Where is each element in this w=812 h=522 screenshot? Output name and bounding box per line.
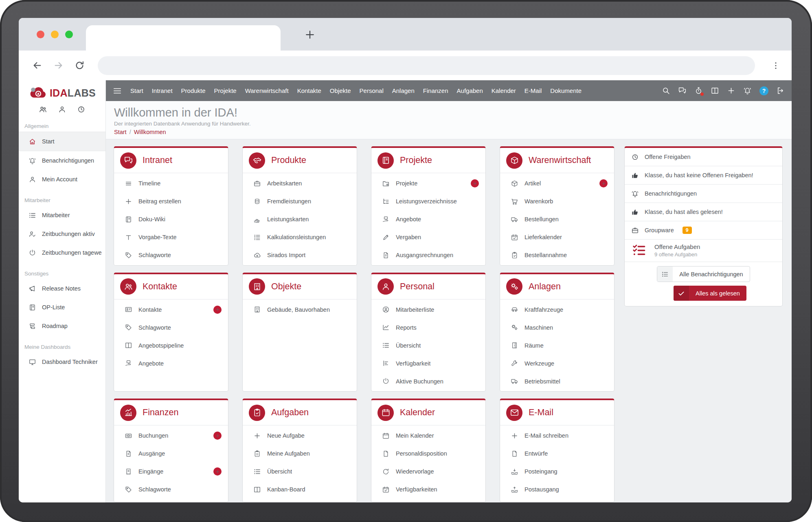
module-item-maschinen[interactable]: Maschinen <box>500 319 614 337</box>
nav-item-kontakte[interactable]: Kontakte <box>297 87 321 94</box>
module-item-reports[interactable]: Reports <box>371 319 485 337</box>
notification-row-benachrichtigungen[interactable]: Benachrichtigungen <box>625 185 782 203</box>
module-item-kontakte[interactable]: Kontakte <box>114 301 228 319</box>
module-item-e-mail-schreiben[interactable]: E-Mail schreiben <box>500 427 614 445</box>
module-item-wiedervorlage[interactable]: Wiedervorlage <box>371 463 485 480</box>
module-item-mein-kalender[interactable]: Mein Kalender <box>371 427 485 445</box>
address-bar[interactable] <box>98 56 755 75</box>
nav-item-kalender[interactable]: Kalender <box>492 87 516 94</box>
module-title-kontakte[interactable]: Kontakte <box>143 282 177 292</box>
new-tab-button[interactable] <box>304 29 316 41</box>
module-item-werkzeuge[interactable]: Werkzeuge <box>500 355 614 372</box>
nav-item-personal[interactable]: Personal <box>360 87 384 94</box>
nav-item-e-mail[interactable]: E-Mail <box>525 87 542 94</box>
module-item-schlagworte[interactable]: Schlagworte <box>114 319 228 337</box>
search-icon[interactable] <box>662 86 670 95</box>
module-item-betriebsmittel[interactable]: Betriebsmittel <box>500 372 614 390</box>
nav-item-start[interactable]: Start <box>130 87 143 94</box>
module-item-kalkulationsleistungen[interactable]: Kalkulationsleistungen <box>243 228 357 246</box>
quick-add-badge[interactable] <box>599 179 608 187</box>
quick-add-badge[interactable] <box>213 306 222 314</box>
nav-item-produkte[interactable]: Produkte <box>181 87 206 94</box>
quick-add-badge[interactable] <box>213 467 222 476</box>
module-item-lieferkalender[interactable]: Lieferkalender <box>500 228 614 246</box>
module-title-e-mail[interactable]: E-Mail <box>529 407 553 418</box>
breadcrumb-start[interactable]: Start <box>114 129 127 135</box>
notification-row-groupware[interactable]: Groupware9 <box>625 221 782 240</box>
open-tasks-row[interactable]: Offene Aufgaben 9 offene Aufgaben <box>625 240 782 262</box>
nav-item-objekte[interactable]: Objekte <box>330 87 351 94</box>
browser-menu-button[interactable] <box>770 58 782 73</box>
module-item-warenkorb[interactable]: Warenkorb <box>500 192 614 210</box>
module-item-ausgangsrechnungen[interactable]: Ausgangsrechnungen <box>371 246 485 264</box>
minimize-window-button[interactable] <box>51 31 59 38</box>
module-item-ausgange[interactable]: Ausgänge <box>114 445 228 463</box>
module-item-meine-aufgaben[interactable]: Meine Aufgaben <box>243 445 357 463</box>
nav-item-finanzen[interactable]: Finanzen <box>423 87 448 94</box>
sidebar-item-zeitbuchungen-tageweise[interactable]: Zeitbuchungen tageweise <box>19 243 105 262</box>
sidebar-item-release-notes[interactable]: Release Notes <box>19 279 105 298</box>
module-title-personal[interactable]: Personal <box>400 282 435 292</box>
module-item-verfugbarkeiten[interactable]: Verfügbarkeiten <box>371 480 485 498</box>
sidebar-item-dashboard-techniker[interactable]: Dashboard Techniker <box>19 352 105 371</box>
module-item-vorgabe-texte[interactable]: Vorgabe-Texte <box>114 228 228 246</box>
columns-icon[interactable] <box>711 86 719 95</box>
module-item-ubersicht[interactable]: Übersicht <box>243 463 357 480</box>
breadcrumb-current[interactable]: Willkommen <box>134 129 166 135</box>
sidebar-item-mein-account[interactable]: Mein Account <box>19 170 105 189</box>
module-title-anlagen[interactable]: Anlagen <box>529 282 561 292</box>
module-item-entwurfe[interactable]: Entwürfe <box>500 445 614 463</box>
sidebar-item-mitarbeiter[interactable]: Mitarbeiter <box>19 206 105 225</box>
module-title-intranet[interactable]: Intranet <box>143 155 172 165</box>
module-item-buchungen[interactable]: Buchungen <box>114 427 228 445</box>
module-item-bestellungen[interactable]: Bestellungen <box>500 210 614 228</box>
module-item-mitarbeiterliste[interactable]: Mitarbeiterliste <box>371 301 485 319</box>
nav-item-projekte[interactable]: Projekte <box>214 87 237 94</box>
module-item-raume[interactable]: Räume <box>500 337 614 355</box>
timer-icon[interactable] <box>694 86 703 95</box>
nav-item-anlagen[interactable]: Anlagen <box>392 87 415 94</box>
close-window-button[interactable] <box>37 31 44 38</box>
module-title-aufgaben[interactable]: Aufgaben <box>271 407 309 418</box>
module-title-warenwirtschaft[interactable]: Warenwirtschaft <box>529 155 591 165</box>
all-notifications-button[interactable]: Alle Benachrichtigungen <box>657 266 750 282</box>
module-item-beitrag-erstellen[interactable]: Beitrag erstellen <box>114 192 228 210</box>
module-item-leistungskarten[interactable]: Leistungskarten <box>243 210 357 228</box>
module-title-produkte[interactable]: Produkte <box>271 155 306 165</box>
module-item-vergaben[interactable]: Vergaben <box>371 228 485 246</box>
help-icon[interactable]: ? <box>759 86 768 95</box>
sidebar-item-roadmap[interactable]: Roadmap <box>19 317 105 335</box>
nav-item-warenwirtschaft[interactable]: Warenwirtschaft <box>245 87 289 94</box>
module-title-projekte[interactable]: Projekte <box>400 155 432 165</box>
chat-icon[interactable] <box>678 86 687 95</box>
logout-icon[interactable] <box>776 86 785 95</box>
nav-item-aufgaben[interactable]: Aufgaben <box>457 87 483 94</box>
module-item-verfugbarkeit[interactable]: Verfügbarkeit <box>371 355 485 372</box>
module-item-personaldisposition[interactable]: Personaldisposition <box>371 445 485 463</box>
quick-add-badge[interactable] <box>471 179 479 187</box>
mark-all-read-button[interactable]: Alles als gelesen <box>674 286 746 301</box>
module-item-kraftfahrzeuge[interactable]: Kraftfahrzeuge <box>500 301 614 319</box>
module-item-schlagworte[interactable]: Schlagworte <box>114 246 228 264</box>
module-item-fremdleistungen[interactable]: Fremdleistungen <box>243 192 357 210</box>
maximize-window-button[interactable] <box>65 31 73 38</box>
module-item-leistungsverzeichnisse[interactable]: Leistungsverzeichnisse <box>371 192 485 210</box>
sidebar-item-zeitbuchungen-aktiv[interactable]: Zeitbuchungen aktiv <box>19 225 105 243</box>
module-item-angebote[interactable]: Angebote <box>114 355 228 372</box>
sidebar-item-start[interactable]: Start <box>19 132 105 151</box>
reload-button[interactable] <box>71 57 88 74</box>
module-item-gebaude-bauvorhaben[interactable]: Gebäude, Bauvorhaben <box>243 301 357 319</box>
plus-icon[interactable] <box>727 86 735 95</box>
module-item-sirados-import[interactable]: Sirados Import <box>243 246 357 264</box>
quick-add-badge[interactable] <box>213 432 222 440</box>
module-item-timeline[interactable]: Timeline <box>114 174 228 192</box>
module-item-projekte[interactable]: Projekte <box>371 174 485 192</box>
module-item-postausgang[interactable]: Postausgang <box>500 480 614 498</box>
module-item-kanban-board[interactable]: Kanban-Board <box>243 480 357 498</box>
menu-icon[interactable] <box>113 86 122 95</box>
sidebar-item-op-liste[interactable]: OP-Liste <box>19 298 105 317</box>
back-button[interactable] <box>29 57 46 74</box>
history-icon[interactable] <box>77 105 86 114</box>
module-item-angebote[interactable]: Angebote <box>371 210 485 228</box>
module-item-schlagworte[interactable]: Schlagworte <box>114 480 228 498</box>
